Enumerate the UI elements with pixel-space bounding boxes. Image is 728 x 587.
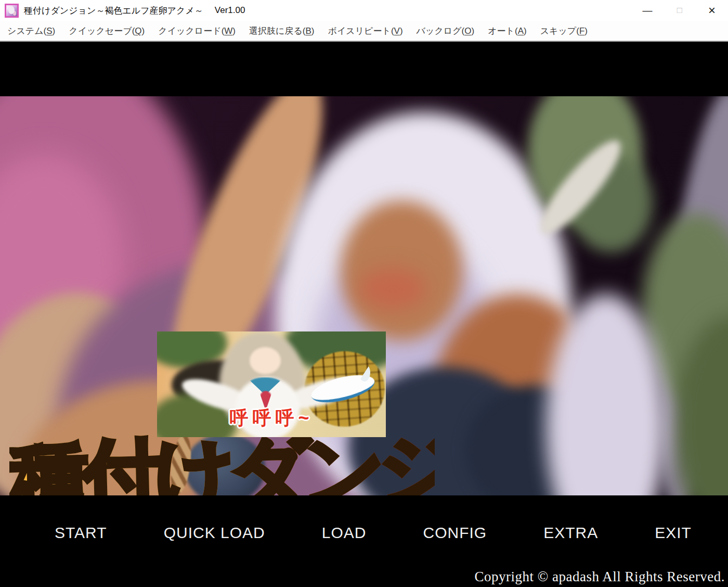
nav-start-button[interactable]: START	[55, 524, 107, 542]
nav-config-button[interactable]: CONFIG	[423, 524, 487, 542]
menu-item-auto[interactable]: オート(A)	[481, 25, 533, 37]
nav-exit-button[interactable]: EXIT	[655, 524, 692, 542]
menu-item-quick-save[interactable]: クイックセーブ(Q)	[62, 25, 151, 37]
menu-item-skip[interactable]: スキップ(F)	[534, 25, 594, 37]
window-controls: — □ ×	[631, 0, 728, 21]
window-title: 種付けダンジョン～褐色エルフ産卵アクメ～	[24, 5, 203, 17]
overlay-video: 呼呼呼~	[157, 331, 386, 437]
menu-item-system[interactable]: システム(S)	[0, 25, 62, 37]
nav-extra-button[interactable]: EXTRA	[543, 524, 598, 542]
close-button[interactable]: ×	[696, 0, 728, 21]
app-window: 種付けダンジョン～褐色エルフ産卵アクメ～ Ver1.00 — □ × システム(…	[0, 0, 728, 587]
title-menu: START QUICK LOAD LOAD CONFIG EXTRA EXIT	[55, 524, 692, 542]
app-icon	[5, 4, 19, 18]
nav-load-button[interactable]: LOAD	[322, 524, 367, 542]
overlay-caption: 呼呼呼~	[157, 405, 386, 431]
maximize-button[interactable]: □	[664, 0, 696, 21]
menu-item-back-to-choice[interactable]: 選択肢に戻る(B)	[242, 25, 321, 37]
window-version: Ver1.00	[215, 5, 245, 16]
nav-quick-load-button[interactable]: QUICK LOAD	[164, 524, 265, 542]
game-screen: 種付けダンジョン ～褐色エルフ産卵アクメ～ 呼呼呼~ START QUICK L…	[0, 42, 728, 587]
menu-bar: システム(S) クイックセーブ(Q) クイックロード(W) 選択肢に戻る(B) …	[0, 21, 728, 42]
menu-item-quick-load[interactable]: クイックロード(W)	[151, 25, 242, 37]
title-menu-band: START QUICK LOAD LOAD CONFIG EXTRA EXIT …	[0, 495, 728, 587]
menu-item-backlog[interactable]: バックログ(O)	[410, 25, 482, 37]
menu-item-voice-repeat[interactable]: ボイスリピート(V)	[321, 25, 410, 37]
title-bar: 種付けダンジョン～褐色エルフ産卵アクメ～ Ver1.00 — □ ×	[0, 0, 728, 21]
copyright-notice: Copyright © apadash All Rights Reserved.	[475, 569, 725, 585]
minimize-button[interactable]: —	[631, 0, 664, 21]
